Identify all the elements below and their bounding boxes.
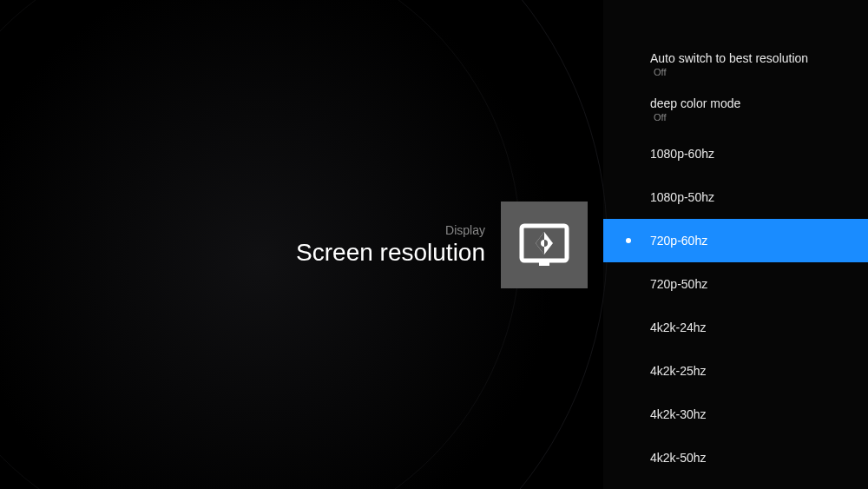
option-720p-50hz[interactable]: 720p-50hz xyxy=(603,262,868,306)
option-720p-60hz[interactable]: 720p-60hz xyxy=(603,219,868,262)
option-value: Off xyxy=(650,67,666,77)
breadcrumb: Display xyxy=(296,223,485,237)
option-label: 4k2k-30hz xyxy=(650,407,707,421)
option-4k2k-50hz[interactable]: 4k2k-50hz xyxy=(603,436,868,479)
option-deep-color[interactable]: deep color mode Off xyxy=(603,87,868,132)
option-4k2k-25hz[interactable]: 4k2k-25hz xyxy=(603,349,868,393)
option-4k2k-24hz[interactable]: 4k2k-24hz xyxy=(603,306,868,349)
svg-rect-1 xyxy=(539,261,549,266)
page-title: Screen resolution xyxy=(296,239,485,267)
option-label: 720p-60hz xyxy=(650,234,707,248)
option-label: deep color mode xyxy=(650,96,740,110)
left-panel: Display Screen resolution xyxy=(0,0,603,489)
option-label: 720p-50hz xyxy=(650,277,707,291)
option-label: Auto switch to best resolution xyxy=(650,51,808,65)
option-label: 1080p-60hz xyxy=(650,147,714,161)
option-4k2k-30hz[interactable]: 4k2k-30hz xyxy=(603,393,868,436)
option-1080p-50hz[interactable]: 1080p-50hz xyxy=(603,175,868,219)
options-panel: Auto switch to best resolution Off deep … xyxy=(603,0,868,489)
option-label: 1080p-50hz xyxy=(650,190,714,204)
option-auto-switch[interactable]: Auto switch to best resolution Off xyxy=(603,42,868,87)
option-label: 4k2k-25hz xyxy=(650,364,707,378)
option-1080p-60hz[interactable]: 1080p-60hz xyxy=(603,132,868,175)
header-block: Display Screen resolution xyxy=(296,202,588,288)
display-icon xyxy=(501,202,588,288)
option-label: 4k2k-24hz xyxy=(650,320,707,334)
option-label: 4k2k-50hz xyxy=(650,451,707,465)
radio-selected-icon xyxy=(626,238,631,243)
option-value: Off xyxy=(650,112,666,122)
